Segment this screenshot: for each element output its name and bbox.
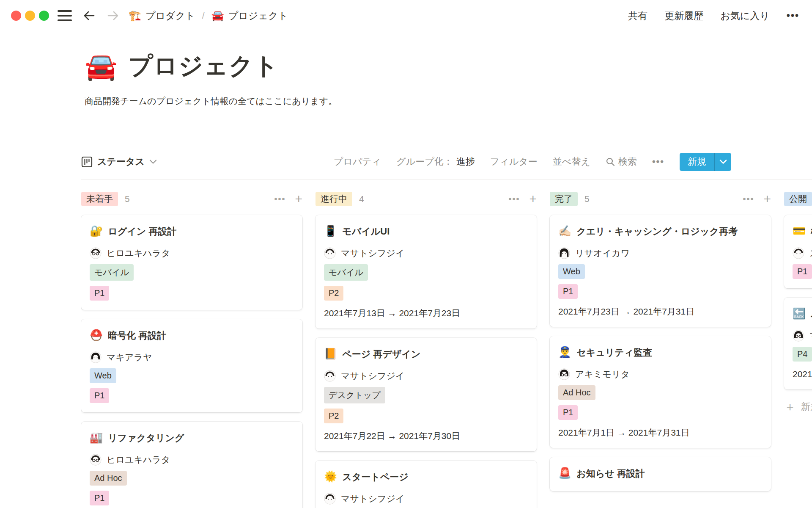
card-tag: P1 (558, 284, 578, 299)
card-emoji-icon: 👮‍♂️ (558, 346, 571, 358)
card-title: ✍🏻クエリ・キャッシング・ロジック再考 (558, 223, 763, 240)
card-tag-row: P1 (793, 264, 812, 279)
card-title-text: 暗号化 再設計 (108, 330, 166, 341)
forward-arrow-icon[interactable] (107, 9, 119, 22)
card-tag: P1 (793, 264, 812, 279)
breadcrumb-separator: / (202, 10, 205, 21)
card-tag: P1 (90, 388, 109, 403)
card-tag: P1 (90, 286, 109, 301)
column-more-icon[interactable]: ••• (508, 194, 520, 204)
search-button[interactable]: 検索 (606, 155, 637, 168)
view-switcher[interactable]: ステータス (81, 155, 157, 168)
column-status-badge[interactable]: 未着手 (81, 192, 118, 206)
sort-button[interactable]: 並べ替え (553, 155, 590, 168)
card-title: ⛑️暗号化 再設計 (90, 327, 294, 344)
column-more-icon[interactable]: ••• (743, 194, 754, 204)
column-header: 進行中4•••+ (315, 191, 537, 207)
assignee-name: ヒロユキハラタ (107, 454, 170, 466)
board-column: 公開💳権スP1🔙パマP42021年＋新規 (784, 191, 812, 508)
zoom-window-button[interactable] (39, 11, 49, 21)
card-emoji-icon: 🚨 (558, 467, 571, 479)
board-card[interactable]: 💳権スP1 (784, 215, 812, 288)
updates-button[interactable]: 更新履歴 (664, 9, 703, 22)
favorite-button[interactable]: お気に入り (720, 9, 770, 22)
column-more-icon[interactable]: ••• (274, 194, 285, 204)
card-assignee: アキミモリタ (558, 368, 763, 380)
card-tag-row: Web (90, 368, 294, 383)
card-title-text: モバイルUI (342, 226, 390, 237)
back-arrow-icon[interactable] (83, 9, 96, 22)
card-tag: Ad Hoc (558, 385, 595, 400)
card-tag: デスクトップ (324, 387, 385, 403)
group-by-value: 進捗 (456, 155, 475, 168)
assignee-name: ヒロユキハラタ (107, 247, 170, 259)
assignee-avatar (90, 351, 102, 363)
card-title-text: ログイン 再設計 (108, 226, 176, 237)
column-add-card-icon[interactable]: + (295, 193, 302, 205)
board-card[interactable]: 🔐ログイン 再設計ヒロユキハラタモバイルP1 (81, 215, 302, 310)
card-tag-row: デスクトップ (324, 387, 528, 403)
assignee-avatar (558, 247, 570, 259)
new-item-dropdown[interactable] (714, 153, 731, 171)
card-tag: P2 (324, 409, 343, 423)
board-column: 進行中4•••+📱モバイルUIマサトシフジイモバイルP22021年7月13日 →… (315, 191, 537, 508)
card-title: 🏭リファクタリング (90, 429, 294, 446)
column-header-actions: •••+ (743, 193, 771, 205)
properties-button[interactable]: プロパティ (334, 155, 381, 168)
column-status-badge[interactable]: 完了 (550, 192, 578, 206)
card-tag-row: P1 (558, 284, 763, 299)
add-card-button[interactable]: ＋新規 (784, 399, 812, 415)
new-item-split-button[interactable]: 新規 (680, 153, 731, 171)
column-card-count: 5 (584, 194, 590, 204)
view-toolbar: ステータス プロパティ グループ化： 進捗 フィルター 並べ替え 検索 ••• … (81, 151, 731, 173)
card-tag-row: Web (558, 264, 763, 279)
column-add-card-icon[interactable]: + (763, 193, 771, 205)
card-title: 👮‍♂️セキュリティ監査 (558, 344, 763, 361)
board-card[interactable]: 🚨お知らせ 再設計 (550, 457, 771, 491)
traffic-lights (11, 11, 49, 21)
card-tag-row: P1 (90, 286, 294, 301)
new-item-button[interactable]: 新規 (680, 153, 714, 171)
card-tag-row: P2 (324, 286, 528, 301)
breadcrumb-product[interactable]: 🏗️ プロダクト (129, 9, 195, 22)
board-card[interactable]: ⛑️暗号化 再設計マキアラヤWebP1 (81, 319, 302, 412)
page-title[interactable]: プロジェクト (128, 50, 279, 83)
share-button[interactable]: 共有 (628, 9, 647, 22)
board-card[interactable]: 🔙パマP42021年 (784, 298, 812, 389)
card-assignee: リサオイカワ (558, 247, 763, 259)
card-emoji-icon: ⛑️ (90, 329, 103, 341)
board-card[interactable]: ✍🏻クエリ・キャッシング・ロジック再考リサオイカワWebP12021年7月23日… (550, 215, 771, 327)
column-add-card-icon[interactable]: + (529, 193, 537, 205)
board-card[interactable]: 🌞スタートページマサトシフジイ (315, 461, 537, 508)
board-card[interactable]: 📙ページ 再デザインマサトシフジイデスクトップP22021年7月22日 → 20… (315, 338, 537, 451)
assignee-name: リサオイカワ (575, 247, 630, 259)
filter-button[interactable]: フィルター (490, 155, 538, 168)
more-options-icon[interactable]: ••• (787, 10, 799, 22)
assignee-name: マサトシフジイ (341, 370, 404, 382)
card-title-text: スタートページ (342, 472, 409, 482)
card-tag: Web (558, 264, 585, 279)
assignee-avatar (90, 454, 102, 466)
page-icon-car[interactable]: 🚘 (85, 53, 117, 80)
card-date-range: 2021年7月23日 → 2021年7月31日 (558, 306, 763, 318)
card-title-text: セキュリティ監査 (576, 347, 652, 358)
board-card[interactable]: 👮‍♂️セキュリティ監査アキミモリタAd HocP12021年7月1日 → 20… (550, 336, 771, 448)
card-assignee: マ (793, 330, 812, 342)
column-status-badge[interactable]: 公開 (784, 192, 812, 206)
card-tag-row: P4 (793, 347, 812, 362)
card-tag-row: モバイル (90, 264, 294, 281)
board-card[interactable]: 📱モバイルUIマサトシフジイモバイルP22021年7月13日 → 2021年7月… (315, 215, 537, 329)
column-status-badge[interactable]: 進行中 (315, 192, 352, 206)
card-title: 🚨お知らせ 再設計 (558, 465, 763, 482)
breadcrumb-project[interactable]: 🚘 プロジェクト (211, 9, 288, 22)
sidebar-toggle-icon[interactable] (58, 10, 72, 21)
minimize-window-button[interactable] (25, 11, 35, 21)
card-tag: モバイル (324, 264, 368, 281)
page-description[interactable]: 商品開発チームのプロジェクト情報の全てはここにあります。 (85, 95, 337, 107)
card-tag: Ad Hoc (90, 471, 127, 486)
group-by-button[interactable]: グループ化： 進捗 (396, 155, 475, 168)
view-more-icon[interactable]: ••• (652, 156, 664, 167)
board-card[interactable]: 🏭リファクタリングヒロユキハラタAd HocP1 (81, 422, 302, 508)
card-date-range: 2021年7月22日 → 2021年7月30日 (324, 430, 528, 442)
close-window-button[interactable] (11, 11, 21, 21)
